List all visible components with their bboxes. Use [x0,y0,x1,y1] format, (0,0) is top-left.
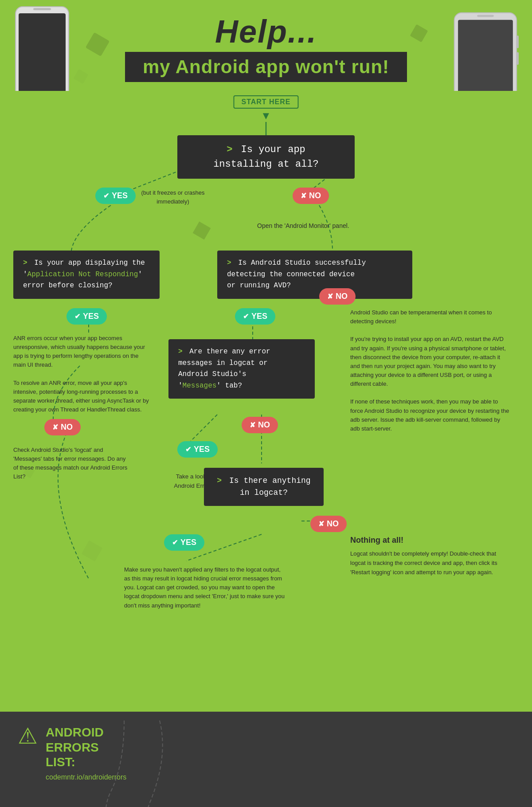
svg-rect-8 [516,35,519,48]
x-icon-4: ✘ [250,421,255,429]
badge-yes-1-label: YES [112,191,128,200]
box-detecting: > Is Android Studio successfully detecti… [217,251,412,299]
checkmark-icon-4: ✔ [185,445,191,454]
checkmark-icon-2: ✔ [74,312,80,321]
flowchart: START HERE ▼ > Is your appinstalling at … [0,91,532,712]
temperamental-description: Android Studio can be temperamental when… [350,308,510,433]
anr-description: ANR errors occur when your app becomes u… [13,334,151,414]
x-icon-5: ✘ [318,520,324,528]
badge-yes-4: ✔ YES [177,441,218,458]
bottom-section: ⚠ ANDROIDERRORSLIST: codemntr.io/android… [0,712,532,807]
badge-no-3-label: NO [336,292,348,301]
open-monitor-text: Open the 'Android Monitor' panel. [257,222,372,229]
start-arrow: ▼ [233,110,298,121]
box-anr: > Is your app displaying the 'Applicatio… [13,251,160,299]
svg-line-16 [191,415,217,441]
x-icon-3: ✘ [327,292,333,301]
badge-no-4: ✘ NO [242,417,278,433]
badge-no-1-label: NO [309,191,321,200]
svg-rect-7 [477,15,494,17]
badge-no-4-label: NO [258,420,270,430]
badge-no-5: ✘ NO [310,516,347,532]
box-logcat-errors: > Are there any error messages in logcat… [168,339,315,399]
box4-prefix: > [178,348,183,356]
box3-prefix: > [227,259,231,267]
box3-text: Is Android Studio successfully detecting… [227,259,366,290]
badge-yes-2: ✔ YES [66,308,107,325]
badge-no-2: ✘ NO [44,419,81,435]
box2-text: Is your app displaying the 'Application … [23,259,145,290]
x-icon-1: ✘ [301,192,306,200]
box1-prefix: > [227,144,232,155]
box-logcat-anything: > Is there anythingin logcat? [204,468,324,506]
badge-yes-2-label: YES [83,312,99,321]
start-here: START HERE ▼ [233,95,298,121]
checkmark-icon-1: ✔ [103,192,109,200]
badge-no-5-label: NO [327,519,339,529]
badge-yes-5-label: YES [180,538,196,547]
filters-description: Make sure you haven't applied any filter… [124,565,288,610]
badge-yes-5: ✔ YES [164,534,204,551]
box5-text: Is there anythingin logcat? [229,476,311,497]
freezes-text: (but it freezes or crashes immediately) [137,188,208,206]
box2-prefix: > [23,259,27,267]
badge-no-3: ✘ NO [319,288,356,305]
x-icon-2: ✘ [52,423,58,431]
badge-yes-3: ✔ YES [235,308,275,325]
checkmark-icon-5: ✔ [172,538,178,547]
svg-rect-1 [19,13,66,93]
checkmark-icon-3: ✔ [243,312,249,321]
badge-yes-4-label: YES [194,445,210,454]
badge-no-1: ✘ NO [293,188,329,204]
nothing-description: Logcat shouldn't be completely empty! Do… [350,550,497,576]
start-label: START HERE [233,95,298,109]
box-installing: > Is your appinstalling at all? [177,135,355,179]
svg-rect-3 [33,8,51,10]
nothing-at-all-section: Nothing at all! Logcat shouldn't be comp… [350,534,510,577]
box4-text: Are there any error messages in logcat o… [178,348,270,390]
badge-yes-1: ✔ YES [95,188,136,204]
nothing-heading: Nothing at all! [350,534,510,547]
badge-yes-3-label: YES [251,312,267,321]
badge-no-2-label: NO [61,423,73,432]
box5-prefix: > [217,476,222,485]
svg-rect-9 [516,52,519,65]
android-monitor-highlight: Android Monitor [286,222,329,229]
top-section: Help... my Android app won't run! [0,0,532,91]
